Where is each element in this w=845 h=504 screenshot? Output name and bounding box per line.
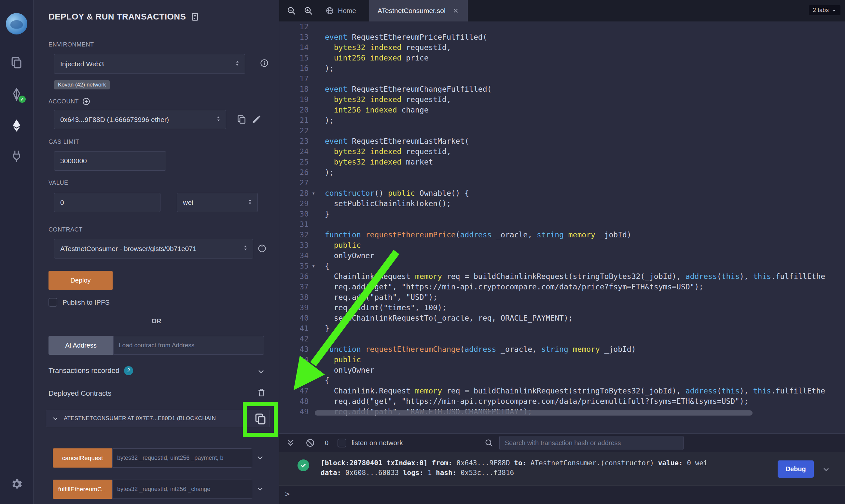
line-number: 14 (279, 42, 309, 53)
settings-gear-icon[interactable] (10, 477, 23, 491)
code-text: onlyOwner (325, 365, 374, 375)
clear-deployed-trash-icon[interactable] (257, 388, 266, 397)
code-text: ); (325, 167, 334, 178)
fold-marker (309, 105, 325, 115)
tab-active-file[interactable]: ATestnetConsumer.sol (369, 0, 468, 21)
line-number: 19 (279, 94, 309, 105)
code-line: 21); (279, 115, 845, 126)
deployed-contract-label: ATESTNETCONSUMER AT 0X7E7...E80D1 (BLOCK… (64, 415, 264, 422)
value-input[interactable] (54, 193, 160, 212)
contract-select[interactable]: ATestnetConsumer - browser/gists/9b71e07… (54, 239, 253, 258)
copy-contract-address-icon[interactable] (253, 412, 268, 426)
code-line: 33 public (279, 240, 845, 250)
code-text: bytes32 indexed requestId, (325, 94, 451, 105)
copy-account-icon[interactable] (236, 114, 247, 125)
fold-marker (309, 292, 325, 302)
clear-console-icon[interactable] (305, 438, 315, 448)
select-arrows-icon (234, 59, 241, 69)
publish-ipfs-checkbox[interactable] (49, 298, 57, 307)
function-params-field[interactable]: bytes32 _requestId, int256 _change (112, 480, 252, 499)
contract-value: ATestnetConsumer - browser/gists/9b71e07… (60, 245, 196, 253)
code-line: 13event RequestEthereumPriceFulfilled( (279, 32, 845, 42)
code-line: 12 (279, 21, 845, 32)
fold-marker (309, 271, 325, 282)
function-params-field[interactable]: bytes32 _requestId, uint256 _payment, b (112, 448, 252, 468)
environment-info-icon[interactable] (260, 58, 269, 68)
code-line: 14 bytes32 indexed requestId, (279, 42, 845, 53)
fold-marker[interactable]: ▾ (309, 261, 325, 271)
fold-marker (309, 32, 325, 42)
file-explorer-icon[interactable] (10, 56, 24, 70)
search-icon (484, 438, 494, 447)
fold-marker (309, 344, 325, 355)
code-line: 38 req.add("path", "USD"); (279, 292, 845, 302)
function-expand-icon[interactable] (256, 453, 265, 462)
solidity-compiler-icon[interactable]: ✓ (10, 87, 24, 102)
code-text: event RequestEthereumChangeFulfilled( (325, 84, 492, 94)
function-row: cancelRequest bytes32 _requestId, uint25… (53, 448, 252, 468)
fold-marker (309, 302, 325, 313)
code-line: 40 sendChainlinkRequestTo(_oracle, req, … (279, 313, 845, 323)
code-line: 32function requestEthereumPrice(address … (279, 230, 845, 240)
code-text: req.add("get", "https://min-api.cryptoco… (325, 396, 749, 407)
tab-home[interactable]: Home (321, 0, 361, 21)
plugin-manager-icon[interactable] (10, 149, 23, 163)
code-text: Chainlink.Request memory req = buildChai… (325, 271, 825, 282)
docs-icon[interactable] (190, 12, 200, 21)
transactions-expand-icon[interactable] (257, 367, 265, 376)
code-text: uint256 indexed price (325, 53, 429, 63)
at-address-input[interactable] (113, 336, 264, 355)
gas-limit-input[interactable] (54, 151, 166, 171)
terminal-prompt[interactable]: > (285, 490, 290, 498)
fold-marker (309, 385, 325, 396)
fulfill-ethereum-button[interactable]: fulfillEthereumC... (53, 480, 112, 499)
code-line: 24 bytes32 indexed requestId, (279, 146, 845, 157)
code-line: 48 req.add("get", "https://min-api.crypt… (279, 396, 845, 407)
fold-marker[interactable]: ▾ (309, 188, 325, 198)
fold-marker (309, 230, 325, 240)
transaction-log-entry[interactable]: [block:20780401 txIndex:0] from: 0x643..… (279, 452, 845, 486)
close-tab-icon[interactable] (452, 7, 459, 14)
add-account-icon[interactable] (82, 97, 90, 106)
value-unit-select[interactable]: wei (177, 193, 258, 212)
deployed-contract-item[interactable]: ATESTNETCONSUMER AT 0X7E7...E80D1 (BLOCK… (46, 410, 270, 427)
fold-marker (309, 355, 325, 365)
fold-marker (309, 198, 325, 209)
tabs-count-dropdown[interactable]: 2 tabs (809, 5, 841, 15)
code-line: 31 (279, 219, 845, 230)
fold-marker (309, 167, 325, 178)
code-line: 26); (279, 167, 845, 178)
code-text: bytes32 indexed requestId, (325, 42, 451, 53)
transactions-recorded-row: Transactions recorded 2 (49, 366, 133, 375)
code-line: 36 Chainlink.Request memory req = buildC… (279, 271, 845, 282)
sign-message-icon[interactable] (251, 114, 262, 125)
zoom-out-icon[interactable] (287, 6, 296, 16)
listen-network-checkbox[interactable] (338, 439, 346, 447)
environment-select[interactable]: Injected Web3 (54, 54, 245, 74)
deploy-button[interactable]: Deploy (49, 271, 113, 290)
terminal-search-input[interactable] (499, 436, 684, 450)
fold-marker (309, 219, 325, 230)
code-editor[interactable]: 1213event RequestEthereumPriceFulfilled(… (279, 21, 845, 433)
debug-button[interactable]: Debug (778, 461, 814, 478)
deploy-run-icon[interactable] (10, 119, 24, 133)
horizontal-scrollbar[interactable] (315, 410, 753, 416)
zoom-in-icon[interactable] (304, 6, 313, 16)
log-expand-icon[interactable] (822, 465, 831, 474)
expand-terminal-icon[interactable] (286, 438, 296, 448)
function-row: fulfillEthereumC... bytes32 _requestId, … (53, 480, 252, 499)
remix-logo-icon[interactable] (6, 13, 27, 34)
cancel-request-button[interactable]: cancelRequest (53, 448, 112, 468)
contract-expand-icon[interactable] (51, 415, 59, 422)
account-select[interactable]: 0x643...9F88D (1.666673996 ether) (54, 110, 226, 129)
code-line: 37 req.add("get", "https://min-api.crypt… (279, 282, 845, 292)
fold-marker (309, 146, 325, 157)
line-number: 26 (279, 167, 309, 178)
at-address-button[interactable]: At Address (49, 336, 113, 355)
compile-success-badge: ✓ (19, 95, 26, 103)
function-expand-icon[interactable] (256, 484, 265, 493)
deployed-contracts-label: Deployed Contracts (49, 389, 111, 398)
line-number: 39 (279, 302, 309, 313)
code-line: 28▾constructor() public Ownable() { (279, 188, 845, 198)
contract-info-icon[interactable] (257, 244, 266, 253)
